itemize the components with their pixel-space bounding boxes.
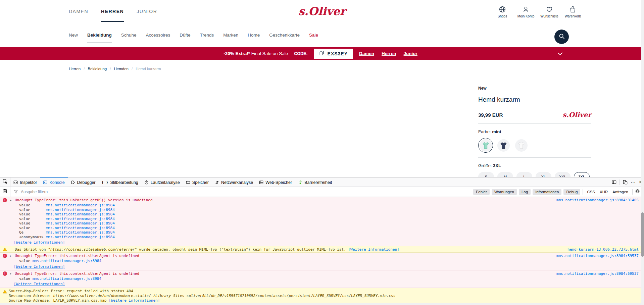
expand-caret[interactable]: ▶ xyxy=(10,198,11,203)
stack-location-link[interactable]: mms.notificationmanager.js:8984 xyxy=(46,212,114,216)
stack-function: value xyxy=(19,276,33,281)
stack-location-link[interactable]: mms.notificationmanager.js:8984 xyxy=(46,226,114,230)
source-location-link[interactable]: mms.notificationmanager.js:8984:59537 xyxy=(556,254,639,258)
console-settings-button[interactable] xyxy=(635,189,640,195)
gender-tab-damen[interactable]: DAMEN xyxy=(69,9,88,22)
devtools-tab-label: Web-Speicher xyxy=(265,180,292,185)
devtools-tab-storage[interactable]: Web-Speicher xyxy=(256,177,295,187)
devtools-tab-performance[interactable]: Laufzeitanalyse xyxy=(141,177,183,187)
filter-xhr[interactable]: XHR xyxy=(598,190,609,194)
pick-element-button[interactable] xyxy=(0,177,10,187)
expand-caret[interactable]: ▶ xyxy=(10,271,11,276)
devtools-tab-label: Speicher xyxy=(192,180,209,185)
more-info-link[interactable]: [Weitere Informationen] xyxy=(14,240,65,245)
brand-logo[interactable]: s.Oliver xyxy=(298,5,346,18)
stack-location-link[interactable]: mms.notificationmanager.js:8984 xyxy=(46,203,114,207)
stack-location-link[interactable]: mms.notificationmanager.js:8984 xyxy=(46,217,114,221)
stack-frame: <anonymous> mms.notificationmanager.js:8… xyxy=(0,235,644,240)
devtools-tab-inspector[interactable]: Inspektor xyxy=(10,177,40,187)
gender-tab-herren[interactable]: HERREN xyxy=(101,9,124,22)
stack-location-link[interactable]: mms.notificationmanager.js:8984 xyxy=(46,208,114,212)
search-button[interactable] xyxy=(554,30,569,44)
devtools-tab-debugger[interactable]: Debugger xyxy=(68,177,99,187)
utility-bag[interactable]: Warenkorb xyxy=(563,6,583,18)
responsive-mode-button[interactable] xyxy=(623,180,628,185)
console-filter-input[interactable] xyxy=(20,189,162,195)
stack-frame: value mms.notificationmanager.js:8984 xyxy=(0,276,644,281)
expand-caret[interactable]: ▶ xyxy=(10,254,11,258)
utility-heart[interactable]: Wunschliste xyxy=(540,6,559,18)
more-info-link[interactable]: [Weitere Informationen] xyxy=(14,264,65,269)
promo-code-box[interactable]: EXS3EY xyxy=(314,49,353,59)
utility-globe[interactable]: Shops xyxy=(493,6,512,18)
color-swatch-white[interactable] xyxy=(514,138,529,153)
nav-item-schuhe[interactable]: Schuhe xyxy=(121,33,137,43)
product-panel: New Hemd kurzarm 39,99 EUR s.Oliver Farb… xyxy=(478,84,591,181)
warning-icon xyxy=(3,290,7,294)
devtools-menu-button[interactable]: ⋯ xyxy=(631,181,636,184)
filter-informationen[interactable]: Informationen xyxy=(533,189,561,195)
nav-item-new[interactable]: New xyxy=(69,33,78,43)
stack-location-link[interactable]: mms.notificationmanager.js:8984 xyxy=(46,230,114,235)
breadcrumb-item[interactable]: Bekleidung xyxy=(88,67,107,71)
filter-debug[interactable]: Debug xyxy=(563,189,580,195)
banner-link-herren[interactable]: Herren xyxy=(382,51,396,56)
console-bottom-scrollbar[interactable] xyxy=(0,303,644,305)
gender-tab-junior[interactable]: JUNIOR xyxy=(137,9,157,22)
filter-log[interactable]: Log xyxy=(519,189,531,195)
stack-function: value xyxy=(19,212,46,216)
more-info-link[interactable]: [Weitere Informationen] xyxy=(348,247,399,252)
color-swatch-mint[interactable] xyxy=(478,138,493,153)
banner-link-junior[interactable]: Junior xyxy=(404,51,417,56)
filter-warnungen[interactable]: Warnungen xyxy=(492,189,517,195)
stack-location-link[interactable]: mms.notificationmanager.js:8984 xyxy=(46,221,114,225)
breadcrumb-item[interactable]: Herren xyxy=(69,67,81,71)
error-icon: ! xyxy=(3,254,7,258)
stack-location-link[interactable]: mms.notificationmanager.js:8984 xyxy=(33,259,101,263)
filter-anfragen[interactable]: Anfragen xyxy=(611,190,630,194)
filter-fehler[interactable]: Fehler xyxy=(473,189,490,195)
utility-user[interactable]: Mein Konto xyxy=(516,6,536,18)
page-scrollbar[interactable] xyxy=(641,0,644,305)
stack-function: <anonymous> xyxy=(19,235,46,239)
stack-location-link[interactable]: mms.notificationmanager.js:8984 xyxy=(46,235,114,239)
devtools-tabbar: InspektorKonsoleDebugger{ }Stilbearbeitu… xyxy=(0,177,644,187)
warning-icon xyxy=(3,247,7,252)
nav-item-sale[interactable]: Sale xyxy=(309,33,318,43)
console-message-row: Das Skript von "https://colres.sitelabwe… xyxy=(0,246,644,252)
source-location-link[interactable]: hemd-kurzarm-13.006.22.7375.html xyxy=(567,247,639,252)
source-location-link[interactable]: mms.notificationmanager.js:8984:31405 xyxy=(556,198,639,203)
devtools-tab-console[interactable]: Konsole xyxy=(40,177,67,187)
source-location-link[interactable]: mms.notificationmanager.js:8984:59537 xyxy=(556,271,639,276)
devtools-tab-network[interactable]: Netzwerkanalyse xyxy=(212,177,256,187)
product-price: 39,99 EUR xyxy=(478,112,503,118)
devtools-tab-memory[interactable]: Speicher xyxy=(183,177,212,187)
scrollbar-thumb[interactable] xyxy=(641,212,644,257)
shirt-icon xyxy=(499,141,508,150)
warning-text: Das Skript von "https://colres.sitelabwe… xyxy=(15,247,399,252)
nav-item-home[interactable]: Home xyxy=(248,33,260,43)
dock-side-button[interactable] xyxy=(612,180,616,185)
promo-text: -20% Extra!* Final Sale on Sale xyxy=(224,51,288,56)
more-info-link[interactable]: [Weitere Informationen] xyxy=(14,282,65,286)
banner-expand-button[interactable] xyxy=(557,47,563,60)
breadcrumb-separator: / xyxy=(132,67,133,71)
stack-location-link[interactable]: mms.notificationmanager.js:8984 xyxy=(33,276,101,281)
color-swatch-navy[interactable] xyxy=(496,138,511,153)
nav-item-düfte[interactable]: Düfte xyxy=(180,33,190,43)
separator xyxy=(632,189,633,195)
console-message-row: !▶Uncaught TypeError: this.context.sUser… xyxy=(0,253,644,259)
clear-console-button[interactable] xyxy=(0,187,10,197)
console-icon xyxy=(43,180,47,185)
nav-item-accessoires[interactable]: Accessoires xyxy=(146,33,170,43)
breadcrumb-item[interactable]: Hemden xyxy=(114,67,128,71)
devtools-tab-style[interactable]: { }Stilbearbeitung xyxy=(99,177,141,187)
devtools-tab-accessibility[interactable]: Barrierefreiheit xyxy=(295,177,335,187)
nav-item-marken[interactable]: Marken xyxy=(223,33,238,43)
filter-css[interactable]: CSS xyxy=(585,190,597,194)
more-info-link[interactable]: [Weitere Informationen] xyxy=(109,298,160,303)
banner-link-damen[interactable]: Damen xyxy=(359,51,374,56)
nav-item-geschenkkarte[interactable]: Geschenkkarte xyxy=(269,33,300,43)
nav-item-bekleidung[interactable]: Bekleidung xyxy=(87,33,112,43)
nav-item-trends[interactable]: Trends xyxy=(200,33,214,43)
